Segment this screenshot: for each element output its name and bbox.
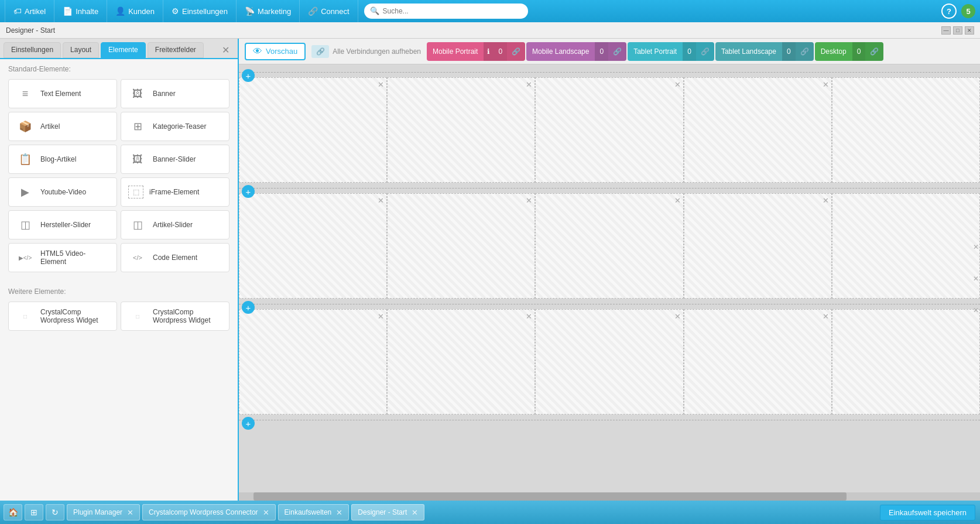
- scroll-right-3[interactable]: ✕: [973, 306, 979, 314]
- viewport-desktop[interactable]: Desktop 0 🔗: [815, 42, 884, 61]
- horizontal-scrollbar[interactable]: [239, 492, 980, 501]
- element-banner[interactable]: 🖼 Banner: [121, 79, 229, 108]
- banner-slider-label: Banner-Slider: [153, 155, 196, 163]
- element-kategorie-teaser[interactable]: ⊞ Kategorie-Teaser: [121, 112, 229, 141]
- crystalcomp-close[interactable]: ✕: [263, 508, 269, 517]
- panel-close-button[interactable]: ✕: [217, 42, 234, 58]
- tab-elemente[interactable]: Elemente: [101, 42, 146, 58]
- taskbar-refresh-button[interactable]: ↻: [46, 504, 64, 520]
- cell-remove-2-3[interactable]: ✕: [674, 196, 681, 205]
- add-row-mid2-button[interactable]: +: [242, 301, 255, 314]
- cell-remove-1-4[interactable]: ✕: [823, 80, 829, 89]
- disconnect-button[interactable]: 🔗 Alle Verbindungen aufheben: [311, 45, 421, 58]
- canvas-cell-2-5[interactable]: [832, 193, 980, 299]
- save-einkaufswelt-button[interactable]: Einkaufswelt speichern: [880, 505, 975, 520]
- banner-label: Banner: [153, 90, 176, 98]
- cell-remove-3-4[interactable]: ✕: [823, 312, 829, 321]
- minimize-button[interactable]: —: [941, 26, 951, 35]
- standard-elements-grid: ≡ Text Element 🖼 Banner 📦 Artikel ⊞ Kate…: [0, 77, 238, 275]
- html5-video-label: HTML5 Video-Element: [40, 249, 109, 266]
- viewport-tablet-landscape[interactable]: Tablet Landscape 0 🔗: [715, 42, 814, 61]
- nav-einstellungen[interactable]: ⚙ Einstellungen: [163, 0, 237, 22]
- canvas-cell-1-3[interactable]: ✕: [535, 77, 683, 183]
- nav-marketing[interactable]: 📡 Marketing: [237, 0, 300, 22]
- tab-layout[interactable]: Layout: [63, 42, 99, 58]
- cell-remove-2-4[interactable]: ✕: [823, 196, 829, 205]
- cell-remove-1-2[interactable]: ✕: [526, 80, 532, 89]
- element-blog-artikel[interactable]: 📋 Blog-Artikel: [8, 145, 117, 174]
- element-text-element[interactable]: ≡ Text Element: [8, 79, 117, 108]
- element-crystalcomp-2[interactable]: □ CrystalComp Wordpress Widget: [121, 302, 229, 331]
- canvas-cell-3-5[interactable]: [832, 309, 980, 415]
- cell-remove-2-1[interactable]: ✕: [378, 196, 384, 205]
- scroll-right-2[interactable]: ✕: [973, 275, 979, 283]
- taskbar-windows-button[interactable]: ⊞: [25, 504, 43, 520]
- cell-remove-1-1[interactable]: ✕: [378, 80, 384, 89]
- tab-einstellungen[interactable]: Einstellungen: [4, 42, 61, 58]
- element-artikel[interactable]: 📦 Artikel: [8, 112, 117, 141]
- canvas-cell-2-4[interactable]: ✕: [684, 193, 832, 299]
- crystalcomp-1-label: CrystalComp Wordpress Widget: [40, 308, 109, 324]
- nav-connect[interactable]: 🔗 Connect: [300, 0, 358, 22]
- vp-mobile-landscape-label: Mobile Landscape: [526, 42, 595, 61]
- canvas-cell-3-1[interactable]: ✕: [239, 309, 387, 415]
- viewport-mobile-landscape[interactable]: Mobile Landscape 0 🔗: [526, 42, 626, 61]
- element-html5-video[interactable]: ▶</> HTML5 Video-Element: [8, 243, 117, 272]
- nav-inhalte-label: Inhalte: [76, 7, 98, 16]
- canvas-cell-1-1[interactable]: ✕: [239, 77, 387, 183]
- nav-artikel[interactable]: 🏷 Artikel: [5, 0, 54, 22]
- eye-icon: 👁: [253, 46, 262, 57]
- element-artikel-slider[interactable]: ◫ Artikel-Slider: [121, 210, 229, 239]
- taskbar-tab-plugin-manager[interactable]: Plugin Manager ✕: [67, 504, 140, 520]
- canvas-cell-3-3[interactable]: ✕: [535, 309, 683, 415]
- canvas-cell-1-5[interactable]: [832, 77, 980, 183]
- nav-kunden[interactable]: 👤 Kunden: [107, 0, 163, 22]
- taskbar-tab-einkaufswelten[interactable]: Einkaufswelten ✕: [278, 504, 349, 520]
- element-hersteller-slider[interactable]: ◫ Hersteller-Slider: [8, 210, 117, 239]
- vp-tablet-portrait-link: 🔗: [696, 42, 714, 61]
- cell-remove-3-3[interactable]: ✕: [674, 312, 681, 321]
- blog-artikel-icon: 📋: [16, 151, 35, 167]
- maximize-button[interactable]: □: [953, 26, 962, 35]
- element-youtube-video[interactable]: ▶ Youtube-Video: [8, 177, 117, 207]
- add-row-bottom-button[interactable]: +: [242, 417, 255, 430]
- einkaufswelten-close[interactable]: ✕: [336, 508, 342, 517]
- weitere-elements-grid: □ CrystalComp Wordpress Widget □ Crystal…: [0, 299, 238, 333]
- add-row-top-button[interactable]: +: [242, 69, 255, 82]
- row-add-line-mid-2: [239, 304, 980, 304]
- canvas-cell-1-4[interactable]: ✕: [684, 77, 832, 183]
- canvas-cell-2-2[interactable]: ✕: [387, 193, 535, 299]
- element-iframe[interactable]: ⬚ iFrame-Element: [121, 177, 229, 207]
- element-banner-slider[interactable]: 🖼 Banner-Slider: [121, 145, 229, 174]
- cell-remove-2-2[interactable]: ✕: [526, 196, 532, 205]
- canvas-scroll-area[interactable]: + ✕ ✕ ✕ ✕ + ✕ ✕ ✕ ✕: [239, 64, 980, 492]
- tab-freitextfelder[interactable]: Freitextfelder: [148, 42, 204, 58]
- element-crystalcomp-1[interactable]: □ CrystalComp Wordpress Widget: [8, 302, 117, 331]
- taskbar-home-button[interactable]: 🏠: [4, 504, 22, 520]
- canvas-cell-1-2[interactable]: ✕: [387, 77, 535, 183]
- vp-tablet-portrait-label: Tablet Portrait: [628, 42, 683, 61]
- taskbar-tab-crystalcomp[interactable]: Crystalcomp Wordpress Connector ✕: [142, 504, 276, 520]
- search-input[interactable]: [364, 4, 528, 19]
- canvas-cell-2-1[interactable]: ✕: [239, 193, 387, 299]
- scrollbar-thumb[interactable]: [253, 492, 847, 501]
- cell-remove-3-1[interactable]: ✕: [378, 312, 384, 321]
- scroll-right-1[interactable]: ✕: [973, 243, 979, 251]
- cell-remove-1-3[interactable]: ✕: [674, 80, 681, 89]
- element-code[interactable]: </> Code Element: [121, 243, 229, 272]
- canvas-cell-2-3[interactable]: ✕: [535, 193, 683, 299]
- nav-inhalte[interactable]: 📄 Inhalte: [54, 0, 107, 22]
- main-content: Einstellungen Layout Elemente Freitextfe…: [0, 39, 980, 501]
- add-row-mid1-button[interactable]: +: [242, 185, 255, 198]
- cell-remove-3-2[interactable]: ✕: [526, 312, 532, 321]
- designer-start-close[interactable]: ✕: [412, 508, 418, 517]
- preview-button[interactable]: 👁 Vorschau: [245, 43, 306, 60]
- close-button[interactable]: ✕: [965, 26, 974, 35]
- taskbar-tab-designer-start[interactable]: Designer - Start ✕: [351, 504, 424, 520]
- help-button[interactable]: ?: [941, 4, 957, 19]
- plugin-manager-close[interactable]: ✕: [127, 508, 133, 517]
- canvas-cell-3-4[interactable]: ✕: [684, 309, 832, 415]
- viewport-mobile-portrait[interactable]: Mobile Portrait ℹ 0 🔗: [427, 42, 525, 61]
- viewport-tablet-portrait[interactable]: Tablet Portrait 0 🔗: [628, 42, 714, 61]
- canvas-cell-3-2[interactable]: ✕: [387, 309, 535, 415]
